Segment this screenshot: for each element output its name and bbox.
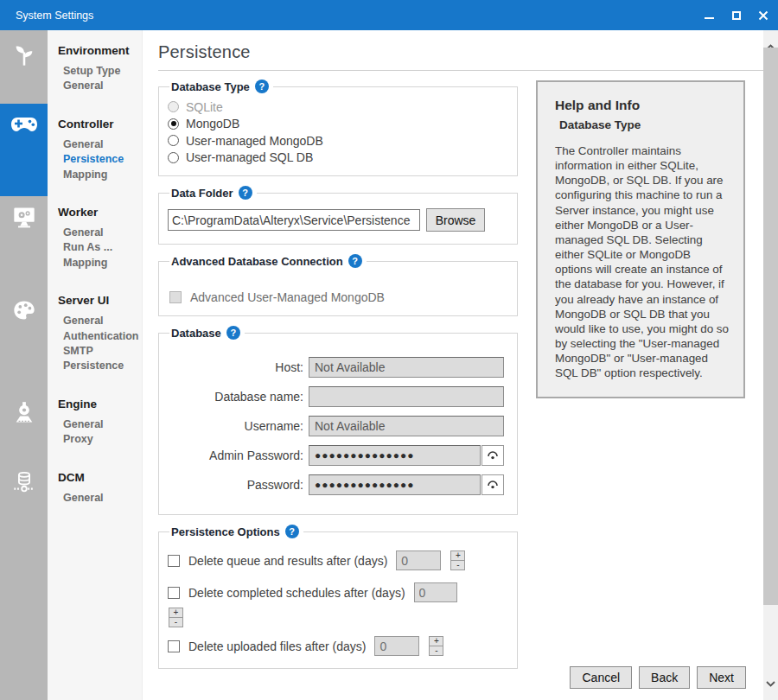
password-input bbox=[309, 474, 481, 495]
persistence-options-help-icon[interactable]: ? bbox=[285, 525, 299, 538]
nav-group-dcm: DCM General bbox=[58, 471, 142, 506]
maximize-button[interactable] bbox=[723, 0, 749, 30]
close-button[interactable] bbox=[749, 0, 776, 30]
nav-item-server-ui-authentication[interactable]: Authentication bbox=[58, 329, 142, 344]
host-input bbox=[309, 357, 504, 378]
nav-item-worker-mapping[interactable]: Mapping bbox=[58, 256, 142, 270]
nav-header-engine: Engine bbox=[58, 398, 142, 410]
browse-button[interactable]: Browse bbox=[426, 208, 485, 232]
nav-item-dcm-general[interactable]: General bbox=[58, 491, 142, 506]
radio-user-managed-sqldb[interactable]: User-managed SQL DB bbox=[168, 150, 508, 167]
scroll-thumb[interactable] bbox=[763, 48, 778, 605]
advanced-connection-help-icon[interactable]: ? bbox=[348, 254, 362, 268]
username-row: Username: bbox=[168, 416, 508, 436]
rail-item-environment[interactable] bbox=[0, 41, 48, 70]
delete-queue-spinner: + - bbox=[450, 550, 465, 570]
minimize-button[interactable] bbox=[696, 0, 723, 30]
radio-user-managed-mongodb[interactable]: User-managed MongoDB bbox=[168, 132, 508, 150]
nav-group-server-ui: Server UI General Authentication SMTP Pe… bbox=[58, 294, 142, 374]
delete-queue-days-input bbox=[396, 550, 441, 570]
password-reveal-icon bbox=[487, 450, 499, 461]
nav-group-controller: Controller General Persistence Mapping bbox=[58, 118, 142, 182]
window-title: System Settings bbox=[0, 10, 696, 22]
database-legend: Database ? bbox=[169, 326, 245, 340]
rail-item-controller[interactable] bbox=[0, 104, 48, 196]
settings-column: Database Type ? SQLite MongoDB User-mana… bbox=[158, 80, 518, 678]
maximize-icon bbox=[732, 11, 741, 20]
persistence-options-legend-text: Persistence Options bbox=[171, 525, 280, 538]
vertical-scrollbar[interactable] bbox=[763, 30, 778, 700]
spin-down-button[interactable]: - bbox=[169, 617, 183, 627]
sprout-icon bbox=[12, 43, 36, 67]
nav-item-environment-setup-type[interactable]: Setup Type bbox=[58, 64, 142, 79]
spin-down-button[interactable]: - bbox=[450, 560, 465, 570]
database-help-icon[interactable]: ? bbox=[226, 326, 240, 340]
data-folder-legend-text: Data Folder bbox=[171, 187, 233, 200]
database-type-legend: Database Type ? bbox=[169, 80, 273, 93]
nav-item-controller-general[interactable]: General bbox=[58, 137, 142, 152]
data-folder-help-icon[interactable]: ? bbox=[239, 186, 252, 200]
password-reveal-button[interactable] bbox=[481, 474, 504, 495]
scroll-down-button[interactable] bbox=[763, 676, 778, 691]
nav-item-worker-general[interactable]: General bbox=[58, 226, 142, 240]
radio-user-managed-mongodb-label: User-managed MongoDB bbox=[186, 134, 323, 148]
nav-item-server-ui-general[interactable]: General bbox=[58, 314, 142, 328]
radio-mongodb[interactable]: MongoDB bbox=[168, 116, 508, 133]
radio-user-managed-sqldb-control[interactable] bbox=[168, 152, 179, 163]
host-label: Host: bbox=[168, 360, 303, 374]
delete-schedules-checkbox[interactable] bbox=[168, 587, 180, 599]
database-network-icon bbox=[12, 470, 36, 494]
delete-uploads-label: Delete uploaded files after (days) bbox=[188, 640, 366, 653]
advanced-mongodb-checkbox-row: Advanced User-Managed MongoDB bbox=[169, 290, 508, 304]
radio-user-managed-mongodb-control[interactable] bbox=[168, 135, 179, 146]
train-icon bbox=[12, 401, 36, 425]
admin-password-input bbox=[309, 445, 481, 466]
footer-button-bar: Cancel Back Next bbox=[570, 666, 746, 689]
minimize-icon bbox=[705, 17, 714, 19]
delete-queue-row: Delete queue and results after (days) + … bbox=[168, 550, 508, 570]
database-name-input bbox=[309, 386, 504, 407]
radio-user-managed-sqldb-label: User-managed SQL DB bbox=[186, 150, 313, 164]
radio-sqlite-control bbox=[168, 101, 179, 112]
help-body: The Controller maintains information in … bbox=[555, 143, 730, 381]
rail-item-worker[interactable] bbox=[0, 202, 48, 232]
next-button[interactable]: Next bbox=[697, 666, 746, 689]
admin-password-reveal-button[interactable] bbox=[481, 445, 504, 466]
nav-item-server-ui-smtp[interactable]: SMTP bbox=[58, 344, 142, 359]
advanced-connection-group: Advanced Database Connection ? Advanced … bbox=[158, 254, 518, 316]
spin-down-button[interactable]: - bbox=[429, 646, 443, 656]
delete-uploads-row: Delete uploaded files after (days) + - bbox=[168, 636, 508, 656]
palette-icon bbox=[12, 298, 36, 322]
nav-item-server-ui-persistence[interactable]: Persistence bbox=[58, 359, 142, 373]
rail-item-dcm[interactable] bbox=[0, 468, 48, 497]
advanced-mongodb-label: Advanced User-Managed MongoDB bbox=[190, 290, 385, 304]
cancel-button[interactable]: Cancel bbox=[570, 666, 632, 689]
nav-header-environment: Environment bbox=[58, 44, 142, 57]
password-row: Password: bbox=[168, 474, 508, 495]
nav-item-engine-proxy[interactable]: Proxy bbox=[58, 432, 142, 447]
nav-item-worker-run-as[interactable]: Run As ... bbox=[58, 240, 142, 255]
advanced-connection-legend-text: Advanced Database Connection bbox=[171, 255, 343, 268]
rail-item-server-ui[interactable] bbox=[0, 296, 48, 325]
password-reveal-icon bbox=[487, 480, 499, 490]
delete-uploads-days-input bbox=[374, 636, 419, 656]
delete-schedules-label: Delete completed schedules after (days) bbox=[188, 586, 405, 600]
delete-uploads-checkbox[interactable] bbox=[168, 640, 180, 652]
data-folder-input[interactable] bbox=[168, 209, 420, 231]
database-type-group: Database Type ? SQLite MongoDB User-mana… bbox=[158, 80, 518, 176]
page-title: Persistence bbox=[158, 42, 251, 62]
nav-item-controller-persistence[interactable]: Persistence bbox=[58, 152, 142, 167]
nav-group-environment: Environment Setup Type General bbox=[58, 44, 142, 94]
help-panel: Help and Info Database Type The Controll… bbox=[536, 80, 745, 398]
delete-queue-checkbox[interactable] bbox=[168, 555, 180, 567]
back-button[interactable]: Back bbox=[639, 666, 690, 689]
nav-item-environment-general[interactable]: General bbox=[58, 79, 142, 93]
database-type-help-icon[interactable]: ? bbox=[255, 80, 269, 93]
radio-mongodb-control[interactable] bbox=[168, 118, 179, 130]
nav-item-controller-mapping[interactable]: Mapping bbox=[58, 168, 142, 182]
rail-item-engine[interactable] bbox=[0, 398, 48, 428]
database-name-row: Database name: bbox=[168, 386, 508, 407]
nav-item-engine-general[interactable]: General bbox=[58, 417, 142, 432]
gamepad-icon bbox=[10, 114, 38, 135]
delete-schedules-days-input bbox=[414, 582, 457, 602]
